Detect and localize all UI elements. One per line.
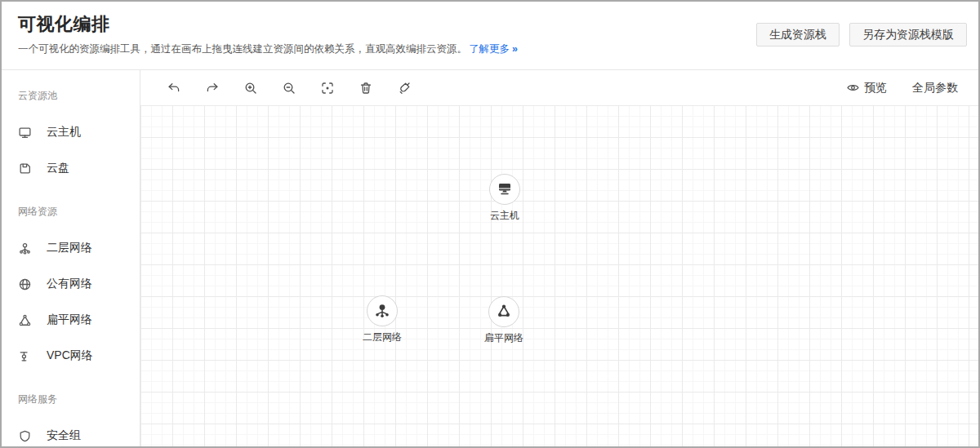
node-cloud-host[interactable]: 云主机 (489, 174, 520, 223)
node-label: 二层网络 (363, 330, 402, 344)
page-header: 可视化编排 一个可视化的资源编排工具，通过在画布上拖曳连线建立资源间的依赖关系，… (2, 2, 978, 70)
sidebar-item-cloud-host[interactable]: 云主机 (2, 114, 140, 150)
flat-network-node-icon (494, 302, 514, 322)
learn-more-link[interactable]: 了解更多» (469, 43, 518, 55)
cloud-disk-icon (18, 162, 32, 175)
sidebar-item-vpc-network[interactable]: VPC网络 (2, 338, 140, 374)
l2-network-icon (18, 242, 32, 255)
eye-icon (847, 83, 859, 92)
zoom-in-icon (243, 81, 258, 95)
zoom-out-icon (282, 81, 296, 95)
resource-sidebar: 云资源池 云主机 云盘 (2, 70, 140, 446)
clear-canvas-button[interactable] (394, 78, 414, 98)
node-l2-network[interactable]: 二层网络 (363, 295, 402, 344)
node-circle (367, 295, 398, 326)
save-as-stack-template-button[interactable]: 另存为资源栈模版 (849, 23, 967, 47)
page-subtitle-text: 一个可视化的资源编排工具，通过在画布上拖曳连线建立资源间的依赖关系，直观高效编排… (18, 43, 467, 55)
sidebar-section-cloud-pool: 云资源池 云主机 云盘 (2, 70, 140, 186)
zoom-in-button[interactable] (241, 78, 261, 98)
preview-button[interactable]: 预览 (847, 81, 887, 95)
double-chevron-icon: » (512, 43, 518, 55)
section-label: 网络服务 (2, 392, 140, 406)
canvas-grid[interactable]: 云主机 二层网络 (140, 105, 978, 446)
header-text-block: 可视化编排 一个可视化的资源编排工具，通过在画布上拖曳连线建立资源间的依赖关系，… (18, 12, 518, 56)
node-flat-network[interactable]: 扁平网络 (484, 296, 523, 345)
sidebar-item-label: 安全组 (47, 428, 81, 443)
redo-icon (205, 81, 220, 95)
undo-icon (167, 81, 181, 95)
sidebar-item-security-group[interactable]: 安全组 (2, 418, 140, 446)
redo-button[interactable] (203, 78, 222, 98)
sidebar-item-label: 云盘 (47, 161, 69, 175)
sidebar-item-label: 二层网络 (47, 241, 92, 255)
sidebar-section-network-resources: 网络资源 二层网络 (2, 186, 140, 374)
clear-canvas-icon (397, 81, 412, 95)
sidebar-item-cloud-disk[interactable]: 云盘 (2, 150, 140, 186)
node-circle (488, 296, 519, 327)
flat-network-icon (18, 313, 32, 327)
generate-stack-button[interactable]: 生成资源栈 (756, 23, 840, 47)
main-area: 云资源池 云主机 云盘 (2, 70, 978, 446)
toolbar-right: 预览 全局参数 (847, 81, 978, 95)
sidebar-item-label: VPC网络 (47, 348, 93, 363)
toolbar-tools (164, 78, 414, 98)
delete-button[interactable] (356, 78, 376, 98)
sidebar-item-l2-network[interactable]: 二层网络 (2, 230, 140, 266)
zoom-out-button[interactable] (279, 78, 299, 98)
page-title: 可视化编排 (18, 12, 518, 37)
preview-label: 预览 (864, 81, 887, 95)
trash-icon (359, 81, 373, 95)
sidebar-item-label: 云主机 (47, 125, 81, 140)
l2-network-node-icon (372, 301, 392, 321)
vpc-network-icon (18, 349, 32, 363)
sidebar-item-public-network[interactable]: 公有网络 (2, 266, 140, 302)
fit-view-button[interactable] (318, 78, 337, 98)
fit-view-icon (320, 81, 335, 95)
canvas-area: 预览 全局参数 云主机 (140, 70, 978, 446)
node-label: 扁平网络 (484, 331, 523, 345)
security-group-icon (18, 429, 32, 443)
sidebar-item-label: 公有网络 (47, 277, 92, 291)
learn-more-text: 了解更多 (469, 43, 510, 55)
sidebar-section-network-services: 网络服务 安全组 (2, 374, 140, 446)
cloud-host-icon (18, 126, 32, 140)
undo-button[interactable] (164, 78, 184, 98)
node-circle (489, 174, 520, 205)
public-network-icon (18, 277, 32, 291)
canvas-toolbar: 预览 全局参数 (140, 70, 978, 105)
cloud-host-node-icon (495, 180, 514, 199)
section-label: 网络资源 (2, 204, 140, 219)
node-label: 云主机 (490, 209, 519, 223)
visual-orchestration-page: 可视化编排 一个可视化的资源编排工具，通过在画布上拖曳连线建立资源间的依赖关系，… (0, 0, 980, 448)
global-params-button[interactable]: 全局参数 (912, 81, 958, 95)
sidebar-item-label: 扁平网络 (47, 313, 92, 327)
page-subtitle: 一个可视化的资源编排工具，通过在画布上拖曳连线建立资源间的依赖关系，直观高效编排… (18, 42, 518, 56)
header-actions: 生成资源栈 另存为资源栈模版 (756, 23, 967, 47)
sidebar-item-flat-network[interactable]: 扁平网络 (2, 302, 140, 338)
section-label: 云资源池 (2, 88, 140, 103)
